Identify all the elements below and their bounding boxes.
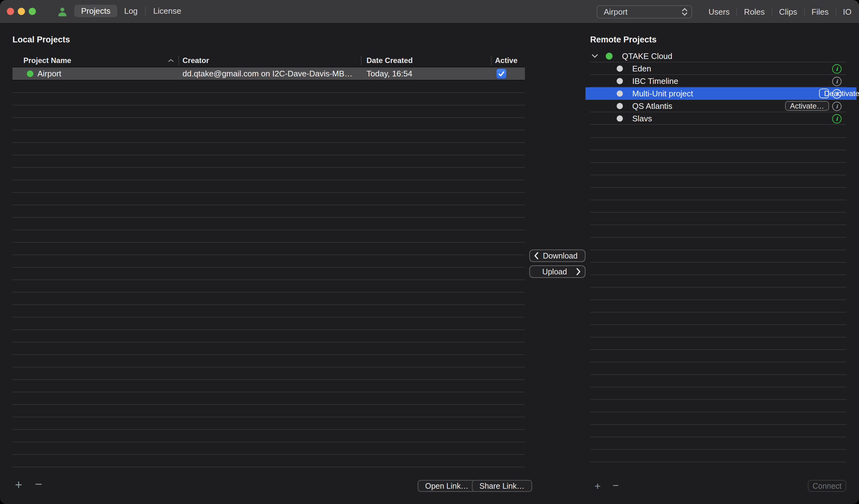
info-icon[interactable]: i: [832, 89, 842, 98]
info-icon[interactable]: i: [832, 114, 842, 123]
minimize-window-button[interactable]: [18, 8, 25, 15]
tree-row-eden[interactable]: Eden i: [586, 62, 857, 75]
connect-button[interactable]: Connect: [808, 480, 846, 492]
tree-label: QTAKE Cloud: [622, 51, 672, 61]
window-controls: [7, 8, 36, 15]
chevron-right-icon: [576, 268, 581, 275]
project-dot: [617, 78, 623, 84]
nav-item-roles[interactable]: Roles: [737, 7, 771, 17]
project-selector[interactable]: Airport: [597, 5, 692, 18]
column-header-date-created[interactable]: Date Created: [366, 56, 413, 65]
upload-label: Upload: [542, 267, 567, 276]
sort-ascending-icon: [168, 58, 174, 64]
info-icon[interactable]: i: [832, 77, 842, 86]
download-button[interactable]: Download: [529, 249, 586, 262]
column-header-project-name[interactable]: Project Name: [24, 56, 71, 65]
project-name-cell: Airport: [37, 69, 61, 79]
remove-remote-server-button[interactable]: −: [613, 479, 619, 491]
tab-license[interactable]: License: [146, 5, 188, 17]
project-creator-cell: dd.qtake@gmail.com on I2C-Dave-Davis-MB…: [182, 69, 352, 79]
tree-row-ibc-timeline[interactable]: IBC Timeline i: [586, 75, 857, 87]
tab-divider: [145, 6, 146, 15]
nav-item-files[interactable]: Files: [805, 7, 835, 17]
column-header-active[interactable]: Active: [495, 56, 517, 65]
project-dot: [617, 65, 623, 72]
tree-label: IBC Timeline: [632, 76, 678, 86]
disclosure-chevron-icon[interactable]: [591, 54, 598, 60]
project-selector-value: Airport: [604, 7, 628, 17]
remote-projects-tree: QTAKE Cloud Eden i IBC Timeline i Multi-…: [586, 50, 857, 125]
nav-item-users[interactable]: Users: [702, 7, 736, 17]
tree-row-slavs[interactable]: Slavs i: [586, 112, 857, 125]
updown-chevron-icon: [681, 7, 688, 17]
titlebar-right: Airport Users Roles Clips Files IO: [597, 0, 854, 24]
nav-item-io[interactable]: IO: [836, 7, 854, 17]
app-window: Projects Log License Airport Users Roles…: [0, 0, 859, 504]
active-checkbox[interactable]: [496, 68, 507, 79]
tree-label: Multi-Unit project: [632, 89, 693, 98]
titlebar-tabs: Projects Log License: [74, 5, 188, 17]
add-local-project-button[interactable]: +: [15, 478, 22, 491]
share-link-button[interactable]: Share Link…: [472, 480, 532, 492]
info-icon[interactable]: i: [832, 102, 842, 111]
deactivate-button[interactable]: Deactivate…: [819, 89, 829, 98]
close-window-button[interactable]: [7, 8, 14, 15]
download-label: Download: [543, 251, 577, 260]
project-dot: [617, 103, 623, 109]
remote-list-empty-rows: [590, 125, 846, 467]
info-icon[interactable]: i: [832, 64, 842, 74]
person-icon: [56, 5, 69, 18]
local-projects-title: Local Projects: [13, 35, 70, 45]
local-project-row-airport[interactable]: Airport dd.qtake@gmail.com on I2C-Dave-D…: [13, 67, 525, 80]
user-account-icon[interactable]: [56, 5, 69, 19]
local-table-header: Project Name Creator Date Created Active: [13, 55, 525, 67]
titlebar-nav: Users Roles Clips Files IO: [702, 5, 854, 18]
open-link-button[interactable]: Open Link…: [418, 480, 476, 492]
project-dot: [617, 116, 623, 122]
tree-label: QS Atlantis: [632, 101, 673, 111]
tree-label: Slavs: [632, 114, 652, 123]
column-divider: [491, 56, 492, 65]
add-remote-server-button[interactable]: +: [594, 480, 601, 492]
activate-button[interactable]: Activate…: [785, 101, 829, 111]
column-header-creator[interactable]: Creator: [182, 56, 209, 65]
project-date-cell: Today, 16:54: [366, 69, 412, 79]
remote-projects-title: Remote Projects: [590, 35, 657, 45]
tab-projects[interactable]: Projects: [74, 5, 117, 17]
column-divider: [178, 56, 179, 65]
tab-log[interactable]: Log: [117, 5, 145, 17]
cloud-status-dot: [606, 53, 613, 60]
titlebar: Projects Log License Airport Users Roles…: [0, 0, 859, 24]
column-divider: [361, 56, 362, 65]
tree-label: Eden: [632, 64, 651, 74]
checkmark-icon: [497, 70, 505, 78]
nav-item-clips[interactable]: Clips: [772, 7, 804, 17]
tree-row-qtake-cloud[interactable]: QTAKE Cloud: [586, 50, 857, 62]
local-table-empty-rows: [13, 80, 525, 467]
tree-row-qs-atlantis[interactable]: QS Atlantis Activate… i: [586, 100, 857, 112]
upload-button[interactable]: Upload: [529, 265, 586, 278]
chevron-left-icon: [534, 252, 539, 259]
project-dot: [617, 90, 623, 97]
remove-local-project-button[interactable]: −: [35, 478, 42, 490]
project-status-dot: [27, 71, 33, 77]
tree-row-multi-unit-project[interactable]: Multi-Unit project Deactivate… i: [586, 87, 857, 100]
fullscreen-window-button[interactable]: [29, 8, 36, 15]
